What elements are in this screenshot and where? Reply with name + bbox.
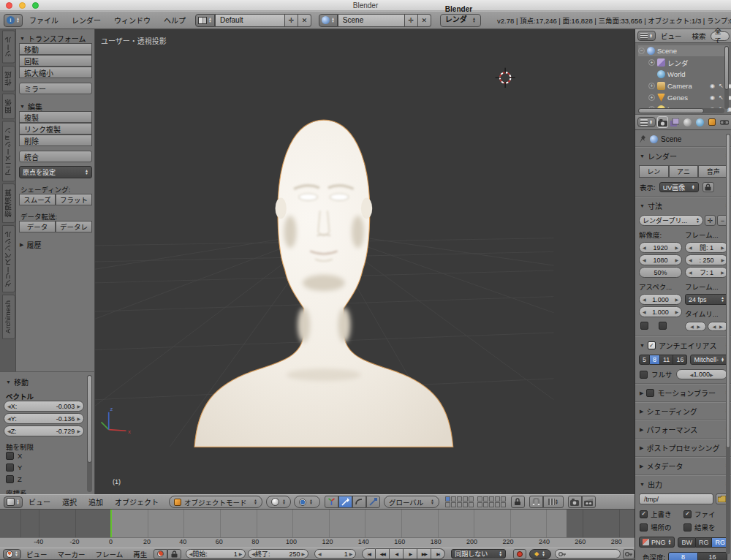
resolution-y-field[interactable]: ◀1080▶ xyxy=(639,254,682,265)
screen-layout-name-field[interactable]: Default xyxy=(215,14,285,27)
playback-button[interactable]: ◀◀ xyxy=(376,548,390,559)
display-lock-button[interactable] xyxy=(702,182,714,192)
lock-to-scene-button[interactable] xyxy=(511,496,525,508)
remap-new-field[interactable]: ◀▶ xyxy=(708,322,729,331)
editor-type-info-button[interactable]: i ▲▼ xyxy=(4,14,23,27)
tab-scene[interactable] xyxy=(682,116,693,128)
timeline-track[interactable] xyxy=(0,510,635,537)
viewport-menu-item[interactable]: ビュー xyxy=(29,496,50,507)
toolshelf-tab[interactable]: Archimesh xyxy=(2,295,15,339)
add-scene-button[interactable]: ✛ xyxy=(405,14,418,27)
mirror-button[interactable]: ミラー xyxy=(19,83,92,94)
checkbox-icon[interactable] xyxy=(683,523,692,531)
shading-button[interactable]: スムーズ xyxy=(19,194,56,205)
data-transfer-button[interactable]: データレ xyxy=(56,221,92,232)
outliner-vscrollbar[interactable] xyxy=(724,46,729,109)
aspect-y-field[interactable]: ◀1.000▶ xyxy=(639,306,682,317)
depth-16[interactable]: 16 xyxy=(698,552,727,560)
data-transfer-button[interactable]: データ xyxy=(19,221,56,232)
playback-button[interactable]: ◀ xyxy=(390,548,404,559)
collapse-icon[interactable]: − xyxy=(638,48,645,54)
join-button[interactable]: 統合 xyxy=(19,151,92,162)
transform-button[interactable]: 拡大縮小 xyxy=(19,67,92,78)
increment-icon[interactable]: ▶ xyxy=(77,428,80,434)
transform-orientation-dropdown[interactable]: グローバル ▲▼ xyxy=(384,496,439,508)
axis-checkbox-row[interactable]: Z xyxy=(6,475,22,483)
translate-manipulator-button[interactable] xyxy=(338,496,352,508)
tab-world[interactable] xyxy=(694,116,705,128)
frame-step-field[interactable]: ◀フ: 1▶ xyxy=(685,267,728,278)
playback-button[interactable]: ▶▶ xyxy=(417,548,431,559)
timeline-menu-item[interactable]: マーカー xyxy=(57,549,85,559)
playback-button[interactable]: |◀ xyxy=(362,548,376,559)
panel-header-shading[interactable]: ▶シェーディング≡ xyxy=(635,403,731,420)
filter-size-slider[interactable]: ◀1.000▶ xyxy=(676,369,727,379)
viewport-menu-item[interactable]: 追加 xyxy=(88,496,103,507)
eye-icon[interactable]: ◉ xyxy=(710,94,715,101)
rotate-manipulator-button[interactable] xyxy=(352,496,366,508)
outliner-menu-item[interactable]: 検索 xyxy=(692,31,705,41)
panel-header-history[interactable]: ▶ 履歴≡ xyxy=(20,239,41,250)
resolution-x-field[interactable]: ◀1920▶ xyxy=(639,242,682,253)
outliner-row-camera[interactable]: + Camera ◉↖▣ xyxy=(648,80,730,91)
viewport-menu-item[interactable]: オブジェクト xyxy=(115,496,159,507)
aspect-x-field[interactable]: ◀1.000▶ xyxy=(639,294,682,305)
aa-sample-16[interactable]: 16 xyxy=(673,355,687,365)
viewport-shading-dropdown[interactable]: ▲▼ xyxy=(266,496,291,508)
frame-end-field[interactable]: ◀終了: 250▶ xyxy=(248,549,308,559)
cursor-arrow-icon[interactable]: ↖ xyxy=(719,94,724,101)
aa-sample-8[interactable]: 8 xyxy=(650,355,660,365)
transform-button[interactable]: 回転 xyxy=(19,55,92,67)
keying-set-dropdown[interactable]: ◆ ▲▼ xyxy=(529,549,551,559)
info-menu-item[interactable]: ヘルプ xyxy=(164,15,186,26)
antialiasing-checkbox[interactable]: ✓ xyxy=(648,341,656,349)
tab-render-layers[interactable] xyxy=(670,116,681,128)
checkbox-icon[interactable] xyxy=(6,463,14,472)
expand-icon[interactable]: + xyxy=(648,83,655,89)
opengl-render-still-button[interactable] xyxy=(568,496,582,508)
panel-header-motion-blur[interactable]: ▶ モーションブラー≡ xyxy=(635,385,731,401)
human-model[interactable] xyxy=(194,120,453,447)
resolution-percentage-slider[interactable]: 50% xyxy=(639,267,682,278)
panel-header-performance[interactable]: ▶パフォーマンス≡ xyxy=(635,421,731,438)
pivot-center-dropdown[interactable]: ▲▼ xyxy=(294,496,320,508)
edit-button[interactable]: 削除 xyxy=(19,135,92,146)
add-preset-button[interactable]: ✛ xyxy=(705,215,716,226)
motion-blur-checkbox[interactable] xyxy=(646,389,654,397)
properties-scrollbar[interactable] xyxy=(726,134,730,554)
shading-button[interactable]: フラット xyxy=(56,194,92,205)
vector-number-field[interactable]: ◀ Z: -0.729 ▶ xyxy=(4,425,84,436)
file-format-dropdown[interactable]: PNG ▲▼ xyxy=(639,537,675,548)
active-keying-set-field[interactable] xyxy=(555,549,621,559)
crop-checkbox[interactable] xyxy=(659,322,667,330)
redo-panel-scrollbar[interactable] xyxy=(87,375,92,492)
panel-header-postprocessing[interactable]: ▶ポストプロセッシング≡ xyxy=(635,439,731,456)
panel-header-dimensions[interactable]: ▼寸法≡ xyxy=(635,197,731,214)
display-dropdown[interactable]: UV画像 ▲▼ xyxy=(659,182,699,192)
insert-keyframe-button[interactable] xyxy=(623,549,635,559)
viewport-menu-item[interactable]: 選択 xyxy=(62,496,77,507)
info-menu-item[interactable]: ファイル xyxy=(29,15,58,26)
toolshelf-tab[interactable]: グリースペンシル xyxy=(2,225,15,292)
delete-layout-button[interactable]: ✕ xyxy=(298,14,311,27)
panel-header-antialiasing[interactable]: ▼ ✓ アンチエイリアス≡ xyxy=(635,337,731,354)
toolshelf-tab[interactable]: アニメーション xyxy=(2,121,15,182)
playback-button[interactable]: ▶ xyxy=(404,548,417,559)
eye-icon[interactable]: ◉ xyxy=(710,83,715,89)
timeline-menu-item[interactable]: 再生 xyxy=(133,549,147,559)
snap-toggle-button[interactable] xyxy=(529,496,543,508)
outliner-hscrollbar[interactable] xyxy=(638,108,724,113)
layer-group-1[interactable] xyxy=(445,496,474,507)
tab-object[interactable] xyxy=(706,116,717,128)
auto-keyframe-button[interactable] xyxy=(513,549,526,559)
output-path-field[interactable]: /tmp/ xyxy=(639,493,713,504)
render-action-button[interactable]: レン xyxy=(639,165,669,178)
aa-sample-5[interactable]: 5 xyxy=(639,355,650,365)
outliner-row-renderlayer[interactable]: + レンダ xyxy=(648,57,689,68)
editor-type-3dview-button[interactable]: ▲▼ xyxy=(4,496,23,508)
outliner-menu-item[interactable]: ビュー xyxy=(661,31,682,41)
outliner-row-world[interactable]: World xyxy=(657,69,686,80)
increment-icon[interactable]: ▶ xyxy=(77,416,80,421)
scene-name-field[interactable]: Scene xyxy=(338,14,405,27)
axis-checkbox-row[interactable]: Y xyxy=(6,463,22,472)
